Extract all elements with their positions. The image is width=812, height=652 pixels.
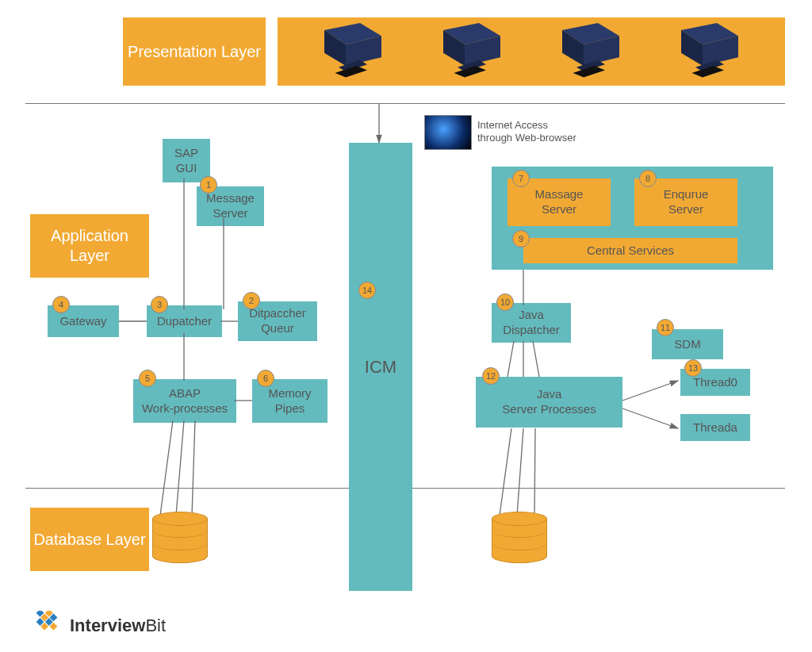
svg-line-11 [508, 341, 514, 377]
badge-10: 10 [496, 293, 514, 311]
svg-line-7 [160, 420, 173, 516]
svg-line-18 [534, 428, 535, 516]
svg-line-13 [533, 341, 539, 377]
database-icon-left [152, 512, 208, 563]
badge-7: 7 [512, 170, 530, 187]
icm-label: ICM [365, 356, 396, 378]
brand-name: Interview [70, 616, 145, 636]
badge-6: 6 [257, 370, 274, 387]
badge-8: 8 [639, 170, 657, 187]
monitor-icon [317, 23, 389, 80]
application-layer-label: Application Layer [30, 214, 149, 278]
internet-access-text: Internet Access through Web-browser [477, 116, 620, 148]
brand-logo: InterviewBit [30, 611, 166, 641]
text: Presentation Layer [128, 42, 261, 62]
java-server-processes-node: Java Server Processes [476, 377, 622, 428]
badge-12: 12 [482, 367, 500, 385]
monitor-icon [555, 23, 626, 80]
text: Database Layer [33, 530, 145, 550]
sap-gui-node: SAP GUI [163, 139, 210, 182]
central-services-node: Central Services [523, 238, 737, 263]
presentation-layer-label: Presentation Layer [123, 17, 266, 86]
badge-14: 14 [358, 282, 376, 299]
svg-line-9 [192, 420, 195, 516]
icm-column: ICM [349, 143, 412, 591]
badge-9: 9 [512, 230, 530, 247]
badge-5: 5 [139, 370, 156, 387]
badge-3: 3 [151, 296, 168, 313]
svg-line-14 [622, 381, 678, 401]
brand-suffix: Bit [145, 616, 166, 636]
monitor-icon [674, 23, 745, 80]
badge-1: 1 [200, 176, 217, 194]
database-icon-right [492, 512, 547, 563]
line2: through Web-browser [477, 132, 576, 144]
presentation-monitors-strip [278, 17, 785, 86]
badge-2: 2 [243, 292, 260, 309]
badge-4: 4 [52, 296, 70, 313]
threada-node: Threada [680, 414, 750, 441]
monitor-icon [436, 23, 508, 80]
svg-line-15 [622, 408, 678, 428]
line1: Internet Access [477, 119, 576, 132]
badge-13: 13 [684, 359, 702, 377]
divider-top [25, 103, 785, 104]
svg-line-8 [176, 420, 184, 516]
svg-line-16 [500, 428, 511, 516]
badge-11: 11 [657, 319, 674, 336]
text: Application Layer [30, 226, 149, 266]
svg-line-17 [517, 428, 523, 516]
database-layer-label: Database Layer [30, 508, 149, 571]
globe-icon [424, 115, 472, 150]
logo-icon [30, 611, 63, 641]
